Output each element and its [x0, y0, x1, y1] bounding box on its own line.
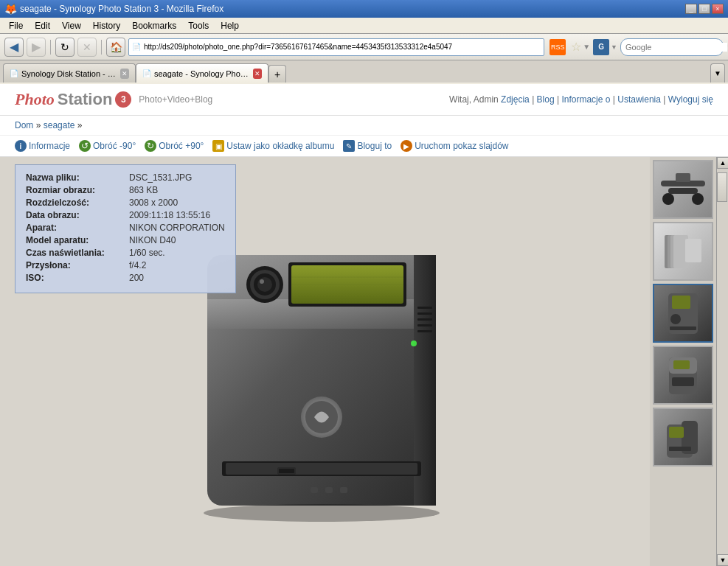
forward-button[interactable]: ▶ — [27, 38, 46, 57]
svg-point-33 — [692, 193, 704, 205]
info-aperture-label: Przysłona: — [26, 260, 129, 270]
rotate-left-button[interactable]: ↺ Obróć -90° — [79, 140, 136, 152]
menu-edit[interactable]: Edit — [29, 19, 56, 32]
info-date-label: Data obrazu: — [26, 210, 129, 220]
titlebar-left: 🦊 seagate - Synology Photo Station 3 - M… — [4, 3, 223, 15]
info-filesize-label: Rozmiar obrazu: — [26, 185, 129, 195]
address-bar[interactable]: 📄 http://ds209/photo/photo_one.php?dir=7… — [128, 38, 544, 56]
info-button[interactable]: i Informacje — [15, 140, 70, 152]
menu-bar: File Edit View History Bookmarks Tools H… — [0, 18, 728, 34]
breadcrumb-home[interactable]: Dom — [15, 120, 33, 130]
rotate-left-icon: ↺ — [79, 140, 91, 152]
rotate-right-button[interactable]: ↻ Obróć +90° — [145, 140, 204, 152]
reload-button[interactable]: ↻ — [55, 38, 74, 57]
scroll-tabs-button[interactable]: ▼ — [710, 63, 725, 83]
breadcrumb-sep2: » — [77, 120, 83, 130]
info-resolution-label: Rozdzielczość: — [26, 198, 129, 208]
svg-rect-22 — [279, 469, 294, 473]
nav-settings[interactable]: Ustawienia — [617, 94, 661, 105]
svg-rect-39 — [685, 239, 701, 262]
action-toolbar: i Informacje ↺ Obróć -90° ↻ Obróć +90° ▣… — [0, 136, 728, 157]
set-cover-button[interactable]: ▣ Ustaw jako okładkę albumu — [212, 140, 334, 152]
menu-history[interactable]: History — [87, 19, 126, 32]
thumbnail-1[interactable] — [653, 160, 713, 219]
tab-close-1[interactable]: ✕ — [120, 69, 129, 79]
info-exposure-value: 1/60 sec. — [129, 248, 165, 258]
stop-button[interactable]: ✕ — [77, 38, 97, 57]
info-camera-value: NIKON CORPORATION — [129, 223, 225, 233]
v-scrollbar[interactable]: ▲ ▼ — [716, 157, 728, 566]
window-controls[interactable]: _ □ × — [685, 4, 724, 14]
slideshow-button[interactable]: ▶ Uruchom pokaz slajdów — [401, 140, 508, 152]
svg-rect-50 — [669, 427, 684, 438]
rss-icon[interactable]: RSS — [550, 39, 566, 55]
tab-icon-1: 📄 — [10, 69, 18, 77]
svg-point-29 — [204, 504, 440, 522]
nav-separator-1 — [50, 40, 51, 55]
svg-rect-45 — [672, 377, 694, 386]
thumbnail-2[interactable] — [653, 222, 713, 281]
thumbnail-5[interactable] — [653, 408, 713, 467]
active-arrow: ▶ — [653, 305, 654, 321]
photostation-header: Photo Station 3 Photo+Video+Blog Witaj, … — [0, 84, 728, 116]
search-input[interactable] — [625, 43, 727, 52]
bookmark-dropdown[interactable]: ▼ — [583, 43, 590, 51]
menu-file[interactable]: File — [3, 19, 29, 32]
menu-tools[interactable]: Tools — [182, 19, 215, 32]
menu-view[interactable]: View — [56, 19, 87, 32]
google-icon: G — [593, 39, 609, 55]
slideshow-icon: ▶ — [401, 140, 412, 152]
info-icon: i — [15, 140, 27, 152]
tab-close-2[interactable]: ✕ — [253, 69, 262, 79]
svg-rect-31 — [668, 188, 698, 194]
address-text[interactable]: http://ds209/photo/photo_one.php?dir=736… — [144, 43, 452, 51]
bookmark-star[interactable]: ☆ — [571, 40, 581, 54]
info-tooltip: Nazwa pliku: DSC_1531.JPG Rozmiar obrazu… — [15, 164, 236, 293]
set-cover-icon: ▣ — [212, 140, 224, 152]
search-box[interactable]: 🔍 — [620, 38, 724, 56]
scrollbar-down-button[interactable]: ▼ — [717, 554, 728, 566]
svg-rect-26 — [417, 318, 432, 321]
ps-logo: Photo Station 3 Photo+Video+Blog — [15, 90, 212, 109]
nav-photos[interactable]: Zdjęcia — [501, 94, 530, 105]
info-iso-value: 200 — [129, 273, 144, 283]
tab-photostation[interactable]: 📄 seagate - Synology Photo Statio... ✕ — [136, 63, 268, 83]
logo-photo: Photo — [15, 90, 55, 109]
scrollbar-thumb[interactable] — [717, 172, 727, 202]
thumb-svg-5 — [663, 413, 704, 461]
minimize-button[interactable]: _ — [685, 4, 697, 14]
home-button[interactable]: 🏠 — [106, 38, 125, 57]
close-button[interactable]: × — [712, 4, 724, 14]
menu-help[interactable]: Help — [215, 19, 245, 32]
search-dropdown[interactable]: ▼ — [611, 43, 617, 51]
svg-rect-41 — [672, 296, 690, 309]
logo-num: 3 — [115, 91, 131, 108]
window-title: seagate - Synology Photo Station 3 - Moz… — [20, 4, 223, 14]
menu-bookmarks[interactable]: Bookmarks — [126, 19, 182, 32]
thumbnail-3[interactable]: ▶ — [653, 284, 713, 343]
info-date: Data obrazu: 2009:11:18 13:55:16 — [26, 210, 225, 220]
scrollbar-up-button[interactable]: ▲ — [717, 157, 728, 169]
tab-diskstation[interactable]: 📄 Synology Disk Station - DS209 ✕ — [3, 63, 136, 83]
tab-label-2: seagate - Synology Photo Statio... — [154, 69, 250, 78]
nav-about[interactable]: Informacje o — [561, 94, 610, 105]
nav-blog[interactable]: Blog — [537, 94, 555, 105]
svg-rect-17 — [325, 487, 333, 493]
info-camera-label: Aparat: — [26, 223, 129, 233]
blog-button[interactable]: ✎ Bloguj to — [343, 140, 392, 152]
svg-rect-18 — [340, 487, 347, 493]
browser-icon: 🦊 — [4, 3, 17, 15]
nav-logout[interactable]: Wyloguj się — [668, 94, 713, 105]
thumb-svg-1 — [657, 166, 709, 214]
breadcrumb-seagate[interactable]: seagate — [44, 120, 75, 130]
breadcrumb: Dom » seagate » — [0, 116, 728, 136]
thumb-svg-2 — [657, 228, 709, 276]
maximize-button[interactable]: □ — [698, 4, 710, 14]
logo-station: Station — [58, 90, 113, 109]
photo-area: Nazwa pliku: DSC_1531.JPG Rozmiar obrazu… — [0, 157, 728, 566]
info-filesize: Rozmiar obrazu: 863 KB — [26, 185, 225, 195]
thumbnail-4[interactable] — [653, 346, 713, 405]
back-button[interactable]: ◀ — [4, 38, 24, 57]
info-exposure: Czas naświetlania: 1/60 sec. — [26, 248, 225, 258]
new-tab-button[interactable]: + — [268, 65, 286, 83]
